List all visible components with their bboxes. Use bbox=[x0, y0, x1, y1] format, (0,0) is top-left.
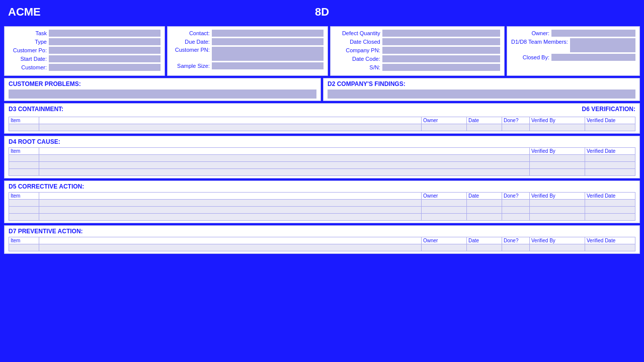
sn-input[interactable] bbox=[382, 64, 500, 71]
d4-table: Item Verified By Verified Date bbox=[9, 147, 635, 176]
d5-row-2 bbox=[9, 207, 635, 214]
date-code-input[interactable] bbox=[382, 55, 500, 62]
sample-size-label: Sample Size: bbox=[172, 63, 212, 69]
panel-owner-info: Owner: D1/D8 Team Members: Closed By: bbox=[507, 26, 640, 76]
d3-d6-section: D3 CONTAINMENT: D6 VERIFICATION: Item Ow… bbox=[4, 103, 640, 134]
d4-title: D4 ROOT CAUSE: bbox=[9, 138, 635, 145]
d2-section: D2 COMPANY'S FINDINGS: bbox=[323, 78, 640, 101]
d3-table: Item Owner Date Done? Verified By Verifi… bbox=[9, 117, 635, 131]
panel-contact-info: Contact: Due Date: Customer PN: Sample S… bbox=[167, 26, 328, 76]
customer-input[interactable] bbox=[49, 64, 160, 71]
customer-pn-input[interactable] bbox=[212, 47, 324, 61]
task-input[interactable] bbox=[49, 30, 160, 37]
start-date-input[interactable] bbox=[49, 55, 160, 62]
closed-by-input[interactable] bbox=[551, 54, 635, 61]
d1-title: CUSTOMER PROBLEMS: bbox=[9, 80, 316, 87]
d1d8-team-label: D1/D8 Team Members: bbox=[511, 38, 570, 45]
d5-col-verifiedby: Verified By bbox=[530, 193, 585, 200]
panel-defect-info: Defect Quantity Date Closed Company PN: … bbox=[330, 26, 505, 76]
panel-task-info: Task Type Customer Po: Start Date: Custo… bbox=[4, 26, 165, 76]
d3-col-desc bbox=[39, 117, 422, 124]
d7-col-date: Date bbox=[467, 237, 502, 244]
d5-col-item: Item bbox=[9, 193, 39, 200]
date-closed-label: Date Closed bbox=[335, 39, 382, 45]
d6-title: D6 VERIFICATION: bbox=[582, 106, 635, 113]
d7-col-verifiedby: Verified By bbox=[530, 237, 585, 244]
d5-table: Item Owner Date Done? Verified By Verifi… bbox=[9, 192, 635, 221]
date-code-label: Date Code: bbox=[335, 56, 382, 62]
d7-table: Item Owner Date Done? Verified By Verifi… bbox=[9, 237, 635, 251]
d4-col-item: Item bbox=[9, 148, 39, 155]
d7-row-1 bbox=[9, 244, 635, 251]
company-name: ACME bbox=[8, 6, 217, 19]
due-date-label: Due Date: bbox=[172, 39, 212, 45]
company-pn-label: Company PN: bbox=[335, 47, 382, 53]
customer-pn-label: Customer PN: bbox=[172, 47, 212, 53]
d5-title: D5 CORRECTIVE ACTION: bbox=[9, 183, 635, 190]
d5-section: D5 CORRECTIVE ACTION: Item Owner Date Do… bbox=[4, 180, 640, 223]
d5-col-owner: Owner bbox=[422, 193, 467, 200]
d4-col-verifiedby: Verified By bbox=[530, 148, 585, 155]
customer-po-label: Customer Po: bbox=[9, 47, 49, 53]
contact-input[interactable] bbox=[212, 30, 324, 37]
customer-label: Customer: bbox=[9, 64, 49, 70]
d4-col-verifieddate: Verified Date bbox=[585, 148, 635, 155]
d5-row-3 bbox=[9, 214, 635, 221]
d3-col-verifiedby: Verified By bbox=[530, 117, 585, 124]
d1d8-team-input[interactable] bbox=[570, 38, 635, 52]
d3-col-verifieddate: Verified Date bbox=[585, 117, 635, 124]
page-title: 8D bbox=[217, 6, 427, 19]
defect-qty-label: Defect Quantity bbox=[335, 30, 382, 36]
type-label: Type bbox=[9, 39, 49, 45]
d7-title: D7 PREVENTIVE ACTION: bbox=[9, 228, 635, 235]
owner-input[interactable] bbox=[551, 30, 635, 37]
d1-section: CUSTOMER PROBLEMS: bbox=[4, 78, 321, 101]
d1-input[interactable] bbox=[9, 89, 316, 99]
task-label: Task bbox=[9, 30, 49, 36]
d2-title: D2 COMPANY'S FINDINGS: bbox=[328, 80, 635, 87]
d4-col-desc bbox=[39, 148, 530, 155]
d4-row-1 bbox=[9, 155, 635, 162]
d3-col-date: Date bbox=[467, 117, 502, 124]
d4-row-2 bbox=[9, 162, 635, 169]
d7-col-desc bbox=[39, 237, 422, 244]
d2-input[interactable] bbox=[328, 89, 635, 99]
d7-col-verifieddate: Verified Date bbox=[585, 237, 635, 244]
closed-by-label: Closed By: bbox=[511, 54, 551, 60]
sample-size-input[interactable] bbox=[212, 62, 324, 69]
d5-col-done: Done? bbox=[502, 193, 530, 200]
d5-col-desc bbox=[39, 193, 422, 200]
type-input[interactable] bbox=[49, 38, 160, 45]
d7-col-item: Item bbox=[9, 237, 39, 244]
d4-row-3 bbox=[9, 169, 635, 176]
contact-label: Contact: bbox=[172, 30, 212, 36]
d3-col-item: Item bbox=[9, 117, 39, 124]
date-closed-input[interactable] bbox=[382, 38, 500, 45]
d5-row-1 bbox=[9, 200, 635, 207]
d7-col-owner: Owner bbox=[422, 237, 467, 244]
d3-col-done: Done? bbox=[502, 117, 530, 124]
customer-po-input[interactable] bbox=[49, 47, 160, 54]
due-date-input[interactable] bbox=[212, 38, 324, 45]
defect-qty-input[interactable] bbox=[382, 30, 500, 37]
d4-section: D4 ROOT CAUSE: Item Verified By Verified… bbox=[4, 136, 640, 178]
owner-label: Owner: bbox=[511, 30, 551, 36]
d3-col-owner: Owner bbox=[422, 117, 467, 124]
d3-title: D3 CONTAINMENT: bbox=[9, 106, 63, 113]
company-pn-input[interactable] bbox=[382, 47, 500, 54]
d3-row-1 bbox=[9, 124, 635, 131]
d5-col-verifieddate: Verified Date bbox=[585, 193, 635, 200]
sn-label: S/N: bbox=[335, 64, 382, 70]
start-date-label: Start Date: bbox=[9, 56, 49, 62]
d7-col-done: Done? bbox=[502, 237, 530, 244]
d5-col-date: Date bbox=[467, 193, 502, 200]
d7-section: D7 PREVENTIVE ACTION: Item Owner Date Do… bbox=[4, 225, 640, 254]
